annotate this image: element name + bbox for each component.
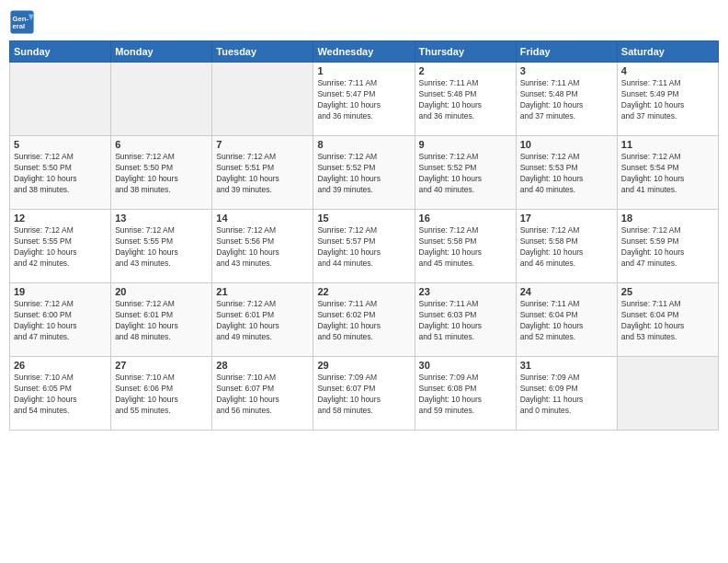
calendar-cell: 21Sunrise: 7:12 AM Sunset: 6:01 PM Dayli… bbox=[212, 283, 313, 357]
day-number: 15 bbox=[317, 213, 410, 224]
day-number: 20 bbox=[115, 286, 208, 297]
calendar-cell: 26Sunrise: 7:10 AM Sunset: 6:05 PM Dayli… bbox=[10, 357, 111, 431]
day-number: 23 bbox=[419, 286, 512, 297]
svg-text:eral: eral bbox=[13, 22, 26, 30]
calendar-cell: 25Sunrise: 7:11 AM Sunset: 6:04 PM Dayli… bbox=[617, 283, 718, 357]
calendar-cell: 6Sunrise: 7:12 AM Sunset: 5:50 PM Daylig… bbox=[111, 136, 212, 210]
svg-text:Gen-: Gen- bbox=[13, 15, 29, 23]
calendar-cell: 8Sunrise: 7:12 AM Sunset: 5:52 PM Daylig… bbox=[313, 136, 415, 210]
calendar-cell bbox=[10, 63, 111, 136]
calendar-cell: 15Sunrise: 7:12 AM Sunset: 5:57 PM Dayli… bbox=[313, 210, 415, 283]
calendar-cell: 16Sunrise: 7:12 AM Sunset: 5:58 PM Dayli… bbox=[415, 210, 516, 283]
day-info: Sunrise: 7:12 AM Sunset: 6:01 PM Dayligh… bbox=[115, 299, 208, 343]
day-info: Sunrise: 7:12 AM Sunset: 5:55 PM Dayligh… bbox=[115, 225, 208, 270]
day-info: Sunrise: 7:12 AM Sunset: 5:51 PM Dayligh… bbox=[216, 152, 309, 196]
header-day-saturday: Saturday bbox=[617, 41, 718, 63]
calendar-cell: 20Sunrise: 7:12 AM Sunset: 6:01 PM Dayli… bbox=[111, 283, 212, 357]
calendar-body: 1Sunrise: 7:11 AM Sunset: 5:47 PM Daylig… bbox=[10, 63, 719, 431]
day-info: Sunrise: 7:12 AM Sunset: 5:52 PM Dayligh… bbox=[419, 152, 512, 196]
logo: Gen- eral bbox=[9, 9, 39, 35]
day-number: 1 bbox=[317, 65, 410, 76]
day-number: 14 bbox=[216, 213, 309, 224]
calendar-header: SundayMondayTuesdayWednesdayThursdayFrid… bbox=[10, 41, 719, 63]
day-info: Sunrise: 7:10 AM Sunset: 6:05 PM Dayligh… bbox=[14, 373, 107, 417]
page-header: Gen- eral bbox=[9, 9, 719, 35]
day-number: 2 bbox=[419, 65, 512, 76]
calendar-cell: 17Sunrise: 7:12 AM Sunset: 5:58 PM Dayli… bbox=[516, 210, 617, 283]
calendar-cell: 18Sunrise: 7:12 AM Sunset: 5:59 PM Dayli… bbox=[617, 210, 718, 283]
day-number: 17 bbox=[520, 213, 613, 224]
calendar-cell: 12Sunrise: 7:12 AM Sunset: 5:55 PM Dayli… bbox=[10, 210, 111, 283]
calendar-cell: 31Sunrise: 7:09 AM Sunset: 6:09 PM Dayli… bbox=[516, 357, 617, 431]
calendar-cell: 29Sunrise: 7:09 AM Sunset: 6:07 PM Dayli… bbox=[313, 357, 415, 431]
day-info: Sunrise: 7:12 AM Sunset: 5:53 PM Dayligh… bbox=[520, 152, 613, 196]
header-day-friday: Friday bbox=[516, 41, 617, 63]
day-number: 29 bbox=[317, 360, 410, 371]
calendar-cell bbox=[212, 63, 313, 136]
header-day-tuesday: Tuesday bbox=[212, 41, 313, 63]
day-info: Sunrise: 7:12 AM Sunset: 5:57 PM Dayligh… bbox=[317, 225, 410, 270]
day-info: Sunrise: 7:11 AM Sunset: 5:47 PM Dayligh… bbox=[317, 78, 410, 122]
day-number: 6 bbox=[115, 139, 208, 150]
day-info: Sunrise: 7:11 AM Sunset: 5:48 PM Dayligh… bbox=[419, 78, 512, 122]
calendar-cell: 11Sunrise: 7:12 AM Sunset: 5:54 PM Dayli… bbox=[617, 136, 718, 210]
week-row-4: 19Sunrise: 7:12 AM Sunset: 6:00 PM Dayli… bbox=[10, 283, 719, 357]
day-info: Sunrise: 7:12 AM Sunset: 5:59 PM Dayligh… bbox=[621, 225, 714, 270]
week-row-3: 12Sunrise: 7:12 AM Sunset: 5:55 PM Dayli… bbox=[10, 210, 719, 283]
day-number: 16 bbox=[419, 213, 512, 224]
calendar-cell: 23Sunrise: 7:11 AM Sunset: 6:03 PM Dayli… bbox=[415, 283, 516, 357]
header-row: SundayMondayTuesdayWednesdayThursdayFrid… bbox=[10, 41, 719, 63]
day-info: Sunrise: 7:11 AM Sunset: 5:48 PM Dayligh… bbox=[520, 78, 613, 122]
day-info: Sunrise: 7:09 AM Sunset: 6:09 PM Dayligh… bbox=[520, 373, 613, 417]
day-number: 21 bbox=[216, 286, 309, 297]
day-info: Sunrise: 7:09 AM Sunset: 6:08 PM Dayligh… bbox=[419, 373, 512, 417]
day-number: 31 bbox=[520, 360, 613, 371]
day-number: 26 bbox=[14, 360, 107, 371]
calendar-cell bbox=[111, 63, 212, 136]
day-info: Sunrise: 7:12 AM Sunset: 5:55 PM Dayligh… bbox=[14, 225, 107, 270]
header-day-sunday: Sunday bbox=[10, 41, 111, 63]
calendar-cell: 24Sunrise: 7:11 AM Sunset: 6:04 PM Dayli… bbox=[516, 283, 617, 357]
day-number: 28 bbox=[216, 360, 309, 371]
day-number: 5 bbox=[14, 139, 107, 150]
day-info: Sunrise: 7:12 AM Sunset: 5:58 PM Dayligh… bbox=[419, 225, 512, 270]
calendar-cell: 9Sunrise: 7:12 AM Sunset: 5:52 PM Daylig… bbox=[415, 136, 516, 210]
calendar-cell: 30Sunrise: 7:09 AM Sunset: 6:08 PM Dayli… bbox=[415, 357, 516, 431]
header-day-wednesday: Wednesday bbox=[313, 41, 415, 63]
day-info: Sunrise: 7:12 AM Sunset: 5:50 PM Dayligh… bbox=[14, 152, 107, 196]
day-number: 7 bbox=[216, 139, 309, 150]
week-row-1: 1Sunrise: 7:11 AM Sunset: 5:47 PM Daylig… bbox=[10, 63, 719, 136]
week-row-5: 26Sunrise: 7:10 AM Sunset: 6:05 PM Dayli… bbox=[10, 357, 719, 431]
day-number: 24 bbox=[520, 286, 613, 297]
header-day-monday: Monday bbox=[111, 41, 212, 63]
calendar-cell: 2Sunrise: 7:11 AM Sunset: 5:48 PM Daylig… bbox=[415, 63, 516, 136]
day-info: Sunrise: 7:12 AM Sunset: 6:00 PM Dayligh… bbox=[14, 299, 107, 343]
calendar-cell: 4Sunrise: 7:11 AM Sunset: 5:49 PM Daylig… bbox=[617, 63, 718, 136]
header-day-thursday: Thursday bbox=[415, 41, 516, 63]
day-number: 27 bbox=[115, 360, 208, 371]
day-number: 11 bbox=[621, 139, 714, 150]
day-number: 3 bbox=[520, 65, 613, 76]
day-info: Sunrise: 7:10 AM Sunset: 6:07 PM Dayligh… bbox=[216, 373, 309, 417]
day-info: Sunrise: 7:12 AM Sunset: 5:52 PM Dayligh… bbox=[317, 152, 410, 196]
day-number: 9 bbox=[419, 139, 512, 150]
day-info: Sunrise: 7:11 AM Sunset: 6:02 PM Dayligh… bbox=[317, 299, 410, 343]
day-info: Sunrise: 7:11 AM Sunset: 5:49 PM Dayligh… bbox=[621, 78, 714, 122]
calendar-cell: 27Sunrise: 7:10 AM Sunset: 6:06 PM Dayli… bbox=[111, 357, 212, 431]
calendar-cell: 10Sunrise: 7:12 AM Sunset: 5:53 PM Dayli… bbox=[516, 136, 617, 210]
week-row-2: 5Sunrise: 7:12 AM Sunset: 5:50 PM Daylig… bbox=[10, 136, 719, 210]
calendar-cell: 5Sunrise: 7:12 AM Sunset: 5:50 PM Daylig… bbox=[10, 136, 111, 210]
day-number: 25 bbox=[621, 286, 714, 297]
calendar-cell: 13Sunrise: 7:12 AM Sunset: 5:55 PM Dayli… bbox=[111, 210, 212, 283]
calendar-cell: 28Sunrise: 7:10 AM Sunset: 6:07 PM Dayli… bbox=[212, 357, 313, 431]
calendar-cell: 1Sunrise: 7:11 AM Sunset: 5:47 PM Daylig… bbox=[313, 63, 415, 136]
day-number: 4 bbox=[621, 65, 714, 76]
day-number: 22 bbox=[317, 286, 410, 297]
day-number: 12 bbox=[14, 213, 107, 224]
day-info: Sunrise: 7:09 AM Sunset: 6:07 PM Dayligh… bbox=[317, 373, 410, 417]
day-number: 19 bbox=[14, 286, 107, 297]
day-info: Sunrise: 7:12 AM Sunset: 5:54 PM Dayligh… bbox=[621, 152, 714, 196]
day-info: Sunrise: 7:10 AM Sunset: 6:06 PM Dayligh… bbox=[115, 373, 208, 417]
logo-icon: Gen- eral bbox=[9, 9, 35, 35]
day-info: Sunrise: 7:12 AM Sunset: 6:01 PM Dayligh… bbox=[216, 299, 309, 343]
